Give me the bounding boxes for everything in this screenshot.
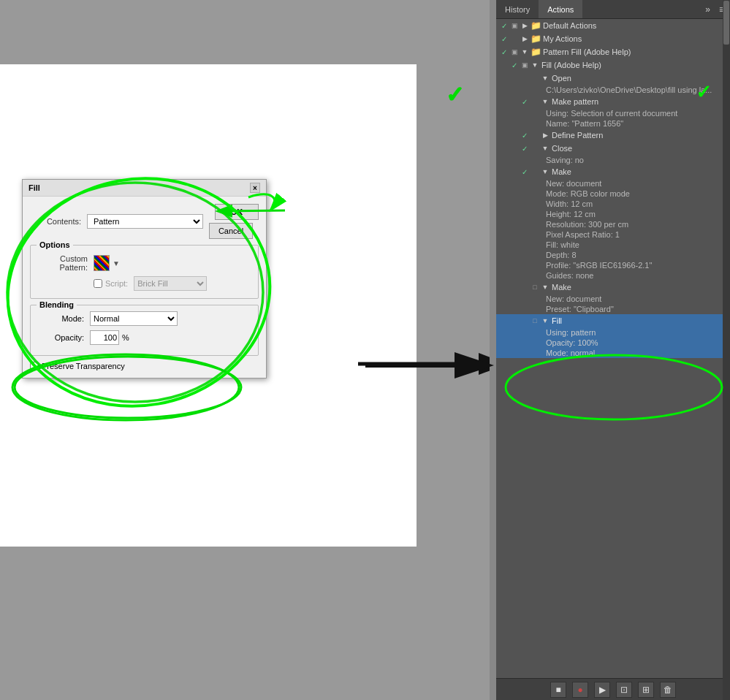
new-action-button[interactable]: ⊞	[638, 682, 654, 698]
square-col: ▣	[509, 48, 520, 56]
list-item[interactable]: ✓ ▼ Make pattern	[496, 95, 730, 108]
expand-triangle[interactable]: ▼	[530, 61, 540, 69]
record-icon: ●	[577, 685, 582, 695]
list-item[interactable]: ✓ ▶ 📁 My Actions	[496, 32, 730, 45]
detail-text: Fill: white	[496, 240, 730, 250]
check-icon: ✓	[499, 35, 509, 43]
detail-text: Opacity: 100%	[496, 338, 730, 348]
dialog-close-button[interactable]: ×	[250, 183, 260, 193]
actions-panel[interactable]: ✓ ▣ ▶ 📁 Default Actions ✓ ▶ 📁 My Actions…	[496, 19, 730, 678]
pattern-dropdown-arrow[interactable]: ▼	[113, 259, 120, 267]
dialog-body: Contents: Pattern OK Cancel Options Cust…	[23, 197, 266, 378]
detail-text: New: document	[496, 178, 730, 189]
list-item[interactable]: ✓ ▼ Close	[496, 142, 730, 155]
list-item[interactable]: ▼ Open	[496, 72, 730, 85]
delete-button[interactable]: 🗑	[660, 682, 676, 698]
expand-triangle[interactable]: ▶	[540, 132, 550, 139]
square-col: □	[530, 317, 540, 324]
detail-text: Guides: none	[496, 270, 730, 281]
expand-triangle[interactable]: ▼	[540, 98, 550, 105]
panel-expand-icon[interactable]: »	[702, 3, 713, 16]
list-item[interactable]: ✓ ▣ ▼ Fill (Adobe Help)	[496, 58, 730, 72]
opacity-row: Opacity: 100 %	[37, 330, 252, 345]
item-label: Make	[550, 283, 727, 292]
detail-text: Depth: 8	[496, 250, 730, 260]
script-checkbox[interactable]	[94, 279, 102, 288]
folder-icon: 📁	[530, 34, 541, 44]
check-icon: ✓	[520, 98, 530, 106]
square-col: ▣	[509, 22, 520, 29]
expand-triangle[interactable]: ▼	[540, 75, 550, 82]
item-label: Open	[550, 74, 727, 83]
ok-button[interactable]: OK	[215, 204, 259, 220]
play-button[interactable]: ▶	[594, 682, 610, 698]
item-label: Fill (Adobe Help)	[540, 61, 727, 69]
folder-icon: 📁	[530, 47, 541, 57]
detail-text: Name: "Pattern 1656"	[496, 118, 730, 129]
expand-triangle[interactable]: ▼	[540, 317, 550, 324]
expand-triangle[interactable]: ▼	[540, 168, 550, 175]
item-label: Close	[550, 144, 727, 153]
expand-triangle[interactable]: ▼	[520, 48, 530, 56]
right-panel: History Actions » ≡ ✓ ▣ ▶ 📁 Default Acti…	[496, 0, 730, 700]
detail-text: New: document	[496, 294, 730, 304]
svg-text:✓: ✓	[446, 83, 464, 107]
tab-history[interactable]: History	[496, 0, 539, 18]
new-set-icon: ⊡	[620, 685, 628, 695]
delete-icon: 🗑	[664, 685, 672, 695]
stop-button[interactable]: ■	[550, 682, 566, 698]
expand-triangle[interactable]: ▼	[540, 284, 550, 291]
tab-actions[interactable]: Actions	[539, 0, 582, 18]
cancel-button[interactable]: Cancel	[209, 223, 253, 239]
options-legend: Options	[37, 240, 73, 249]
opacity-unit: %	[122, 333, 129, 342]
scrollbar[interactable]	[723, 0, 730, 700]
mode-select[interactable]: Normal	[90, 311, 178, 326]
preserve-row: Preserve Transparency	[30, 362, 259, 370]
detail-text: Pixel Aspect Ratio: 1	[496, 229, 730, 240]
opacity-input[interactable]: 100	[90, 330, 119, 345]
new-set-button[interactable]: ⊡	[616, 682, 632, 698]
detail-text: Preset: "Clipboard"	[496, 304, 730, 314]
list-item-fill-selected[interactable]: □ ▼ Fill	[496, 314, 730, 327]
expand-triangle[interactable]: ▶	[520, 22, 530, 29]
detail-text: Resolution: 300 per cm	[496, 219, 730, 229]
item-label: Define Pattern	[550, 131, 727, 140]
custom-pattern-label: Custom Pattern:	[37, 254, 88, 272]
preserve-label: Preserve Transparency	[42, 362, 125, 370]
contents-label: Contents:	[30, 217, 81, 226]
preserve-checkbox[interactable]	[30, 362, 39, 370]
list-item[interactable]: ✓ ▼ Make	[496, 165, 730, 178]
check-icon: ✓	[499, 22, 509, 30]
list-item[interactable]: □ ▼ Make	[496, 281, 730, 294]
contents-select[interactable]: Pattern	[87, 214, 203, 229]
detail-text: Mode: RGB color mode	[496, 189, 730, 199]
detail-text: Profile: "sRGB IEC61966-2.1"	[496, 260, 730, 270]
script-label: Script:	[105, 279, 128, 288]
custom-pattern-row: Custom Pattern: ▼	[37, 254, 252, 272]
expand-triangle[interactable]: ▶	[520, 35, 530, 42]
list-item[interactable]: ✓ ▣ ▶ 📁 Default Actions	[496, 19, 730, 32]
dialog-title: Fill	[28, 183, 40, 192]
contents-row: Contents: Pattern OK Cancel	[30, 204, 259, 239]
check-icon: ✓	[509, 61, 520, 69]
play-icon: ▶	[599, 685, 606, 695]
detail-text: Saving: no	[496, 155, 730, 165]
script-select[interactable]: Brick Fill	[134, 276, 207, 291]
detail-text: Height: 12 cm	[496, 209, 730, 219]
check-icon: ✓	[499, 48, 509, 56]
expand-triangle[interactable]: ▼	[540, 145, 550, 152]
dialog-titlebar: Fill ×	[23, 180, 266, 197]
panel-tabs: History Actions » ≡	[496, 0, 730, 19]
list-item[interactable]: ✓ ▶ Define Pattern	[496, 129, 730, 142]
check-icon: ✓	[520, 132, 530, 140]
folder-icon: 📁	[530, 20, 541, 31]
check-icon: ✓	[520, 168, 530, 176]
options-section: Options Custom Pattern: ▼ Script: Brick …	[30, 245, 259, 299]
record-button[interactable]: ●	[572, 682, 588, 698]
mode-label: Mode:	[37, 314, 84, 323]
pattern-preview[interactable]	[94, 255, 110, 271]
list-item[interactable]: ✓ ▣ ▼ 📁 Pattern Fill (Adobe Help)	[496, 45, 730, 58]
item-label: Pattern Fill (Adobe Help)	[541, 47, 727, 56]
scrollbar-thumb[interactable]	[723, 1, 729, 45]
